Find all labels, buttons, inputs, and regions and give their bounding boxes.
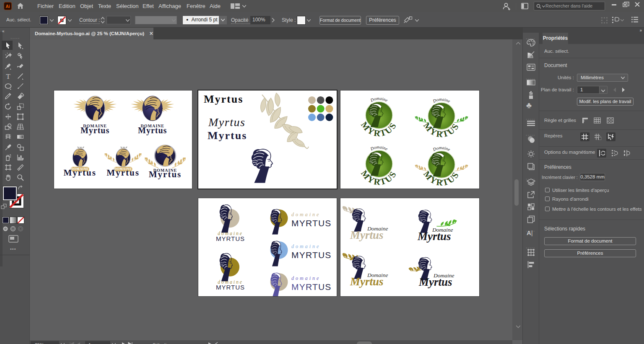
svg-text:Myrtus: Myrtus [204,93,243,105]
svg-text:Myrtus: Myrtus [63,168,96,178]
svg-text:MYRTUS: MYRTUS [291,250,332,260]
svg-text:Myrtus: Myrtus [350,229,384,241]
svg-text:domaine: domaine [291,243,320,249]
svg-text:MYRTUS: MYRTUS [291,282,332,292]
svg-text:MYRTUS: MYRTUS [216,235,245,242]
svg-text:Myrtus: Myrtus [208,116,245,129]
svg-text:domaine: domaine [291,212,320,217]
svg-text:MYRTUS: MYRTUS [291,218,332,228]
svg-text:Myrtus: Myrtus [208,129,247,142]
svg-text:Myrtus: Myrtus [138,126,167,135]
svg-text:Myrtus: Myrtus [106,168,140,178]
svg-text:Myrtus: Myrtus [417,230,451,243]
svg-text:Ai: Ai [6,4,10,9]
svg-text:domaine: domaine [291,275,320,281]
svg-text:Myrtus: Myrtus [418,276,452,288]
svg-text:Myrtus: Myrtus [80,126,109,135]
svg-text:MYRTUS: MYRTUS [216,284,245,291]
svg-text:Myrtus: Myrtus [350,275,384,288]
svg-text:Myrtus: Myrtus [149,169,182,179]
